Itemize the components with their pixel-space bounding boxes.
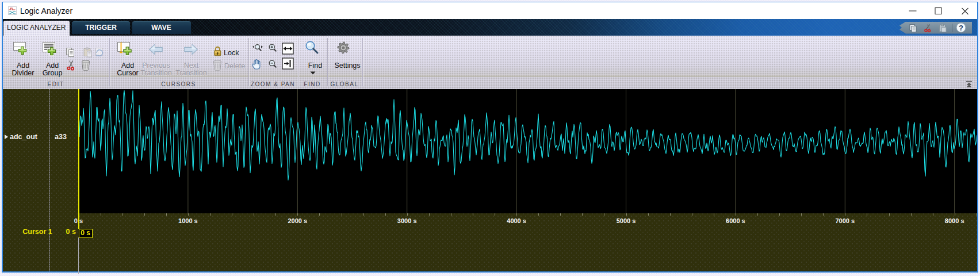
svg-text:?: ? xyxy=(959,24,963,32)
